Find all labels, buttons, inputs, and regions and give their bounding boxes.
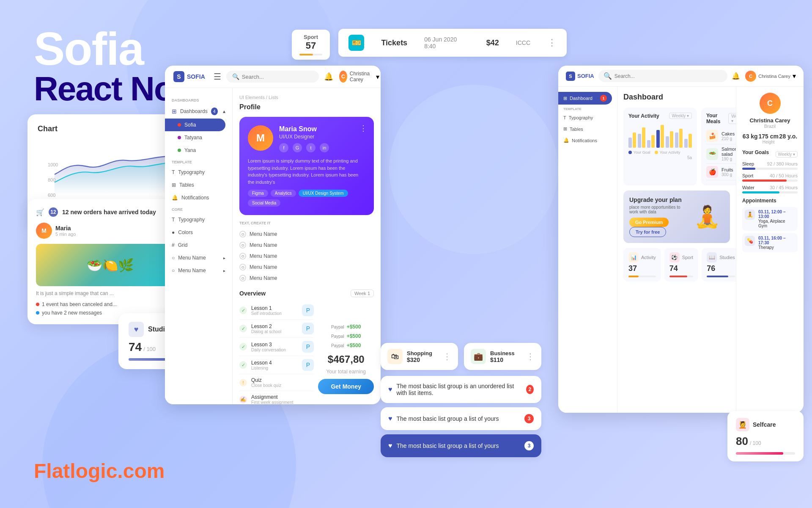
big-amount: $467,80 xyxy=(328,353,365,365)
tickets-venue: ICCC xyxy=(516,39,530,46)
profile-role: UI/UX Designer xyxy=(279,134,365,140)
sidebar-dot-yana xyxy=(178,149,181,152)
sport-stat-bar xyxy=(669,276,693,277)
activity-legend: Your Goal Your Activity xyxy=(628,150,692,155)
studies-sub: / 100 xyxy=(143,346,156,352)
chart-title: Chart xyxy=(38,124,182,133)
sport-badge-label: Sport xyxy=(304,34,318,40)
profile-avatar: M xyxy=(248,125,273,151)
check-circle-5: ○ xyxy=(239,275,246,282)
sport-stat-card: ⚽ Sport 74 xyxy=(664,248,698,282)
main-search[interactable]: 🔍 xyxy=(226,71,319,83)
up-name: Christina Carey xyxy=(742,117,798,124)
bell-icon[interactable]: 🔔 xyxy=(324,72,333,81)
list-heart-icon-1: ♥ xyxy=(388,386,392,393)
sidebar-item-sofia[interactable]: Sofia xyxy=(165,119,225,131)
sidebar-item-yana[interactable]: Yana xyxy=(165,144,232,157)
right-dashboard: S SOFIA 🔍 🔔 C Christina Carey ▾ ⊞ Dashbo… xyxy=(558,66,804,413)
linkedin-icon[interactable]: in xyxy=(320,143,329,152)
overview-title: Overview xyxy=(239,290,266,297)
shopping-more-icon[interactable]: ⋮ xyxy=(443,351,451,362)
rd-sidebar-item-tables[interactable]: ⊞ Tables xyxy=(558,123,617,135)
tickets-more-icon[interactable]: ⋮ xyxy=(547,37,557,48)
profile-desc: Lorem ipsum is simply dummy text of the … xyxy=(248,157,365,185)
overview-section: Overview Week 1 ✓ Lesson 1 Self introduc… xyxy=(239,290,374,404)
activity-stat-card: 📊 Activity 37 xyxy=(623,248,661,282)
main-dashboard-body: DASHBOARDS ⊞ Dashboards 4 ▴ Sofia Tatyan… xyxy=(165,88,381,404)
chevron-down-icon: ▾ xyxy=(376,73,379,81)
rd-page-title: Dashboard xyxy=(623,93,730,102)
business-card: 💼 Business $110 ⋮ xyxy=(464,343,541,370)
sidebar-item-dashboards[interactable]: ⊞ Dashboards 4 ▴ xyxy=(165,104,232,119)
chevron-up-icon: ▴ xyxy=(223,108,225,114)
rd-dashboard-icon: ⊞ xyxy=(563,96,567,101)
sidebar-item-grid[interactable]: # Grid xyxy=(165,239,232,251)
shop-biz-row: 🛍 Shopping $320 ⋮ 💼 Business $110 ⋮ xyxy=(381,343,541,370)
activity-period: Weekly ▾ xyxy=(669,113,692,119)
studies-stat-icon: 📖 xyxy=(707,252,717,262)
up-avatar: C xyxy=(760,93,781,114)
selfcare-sub: / 100 xyxy=(750,440,761,446)
sidebar-item-menu1[interactable]: ○ Menu Name ▸ xyxy=(165,251,232,264)
search-input[interactable] xyxy=(242,74,313,80)
google-icon[interactable]: G xyxy=(293,143,302,152)
rd-search[interactable]: 🔍 xyxy=(598,70,727,82)
sidebar-item-typography-core[interactable]: T Typography xyxy=(165,213,232,226)
rd-sidebar-item-dashboard[interactable]: ⊞ Dashboard 1 xyxy=(558,92,612,105)
rd-search-input[interactable] xyxy=(614,73,722,79)
tag-design: UI/UX Design System xyxy=(299,190,348,197)
goals-period: Weekly ▾ xyxy=(776,151,798,157)
check-circle-3: ○ xyxy=(239,253,246,260)
rd-avatar-image: C xyxy=(745,71,756,82)
user-profile-sidebar: C Christina Carey Brazil 63 kg 175 cm He… xyxy=(736,87,804,413)
flatlogic-link[interactable]: Flatlogic.com xyxy=(34,459,165,483)
tickets-amount: $42 xyxy=(486,39,499,47)
rd-user-avatar[interactable]: C Christina Carey ▾ xyxy=(745,71,796,82)
paypal-icon-1: P xyxy=(302,304,314,316)
business-more-icon[interactable]: ⋮ xyxy=(526,351,535,362)
sidebar-item-tatyana[interactable]: Tatyana xyxy=(165,131,232,144)
profile-more-icon[interactable]: ⋮ xyxy=(359,124,367,133)
studies-icon: ♥ xyxy=(129,322,144,337)
sidebar-item-menu2[interactable]: ○ Menu Name ▸ xyxy=(165,264,232,277)
go-premium-button[interactable]: Go Premium xyxy=(629,218,669,227)
overview-item-3: ✓ Lesson 3 Daily conversation P xyxy=(239,338,314,356)
studies-stat-card: 📖 Studies 76 xyxy=(702,248,736,282)
dashboard-badge: 4 xyxy=(211,108,218,115)
business-amount: $110 xyxy=(490,356,522,363)
list-text-3: The most basic list group a list of your… xyxy=(397,442,499,449)
twitter-icon[interactable]: t xyxy=(306,143,315,152)
sidebar-item-notifications[interactable]: 🔔 Notifications xyxy=(165,191,232,204)
rd-sidebar-item-notifications[interactable]: 🔔 Notifications xyxy=(558,135,617,146)
facebook-icon[interactable]: f xyxy=(279,143,288,152)
paypal-icon-4: P xyxy=(302,359,314,371)
grid-icon: # xyxy=(172,242,175,248)
try-free-button[interactable]: Try for free xyxy=(629,227,666,237)
selfcare-card: 💆 Selfcare 80 / 100 xyxy=(727,411,804,461)
tag-analytics: Analytics xyxy=(271,190,296,197)
sidebar-item-typography[interactable]: T Typography xyxy=(165,166,232,179)
sidebar-item-colors[interactable]: ● Colors xyxy=(165,226,232,239)
list-group-item-2: ♥ The most basic list group a list of yo… xyxy=(381,407,541,430)
rd-logo-icon: S xyxy=(566,72,575,81)
list-badge-3: 3 xyxy=(524,441,534,450)
up-stat-age: 28 y.o. xyxy=(779,133,798,144)
activity-stat-bar xyxy=(628,276,656,277)
right-sidebar: ⊞ Dashboard 1 TEMPLATE T Typography ⊞ Ta… xyxy=(558,87,617,413)
meal-icon-salmon: 🥗 xyxy=(706,148,718,160)
rd-bell-icon[interactable]: 🔔 xyxy=(732,72,740,80)
rd-logo-text: SOFIA xyxy=(577,73,594,79)
earning-amounts: Paypal +$500 Paypal +$500 Paypal +$500 xyxy=(318,301,374,404)
user-avatar[interactable]: C Christina Carey ▾ xyxy=(339,71,379,83)
therapy-icon: 💊 xyxy=(745,236,755,246)
tag-figma: Figma xyxy=(248,190,268,197)
sidebar-item-tables[interactable]: ⊞ Tables xyxy=(165,179,232,191)
rd-sidebar-item-typography[interactable]: T Typography xyxy=(558,112,617,123)
get-money-button[interactable]: Get Money xyxy=(318,379,374,394)
big-amount-sub: Your total earning xyxy=(326,369,366,375)
studies-stat-bar xyxy=(707,276,735,277)
check-item-5: ○ Menu Name xyxy=(239,273,374,284)
business-info: Business $110 xyxy=(490,350,522,363)
hamburger-icon[interactable]: ☰ xyxy=(214,72,221,82)
selfcare-bar xyxy=(736,452,795,455)
